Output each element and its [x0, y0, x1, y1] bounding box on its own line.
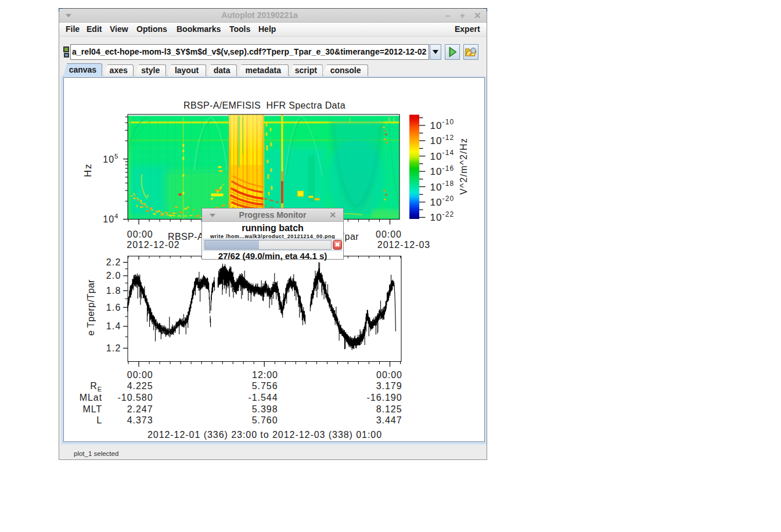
svg-text:00:00: 00:00 — [376, 229, 402, 239]
svg-text:105: 105 — [103, 153, 118, 164]
svg-text:5.756: 5.756 — [251, 381, 278, 391]
svg-text:2012-12-01 (336) 23:00 to 2012: 2012-12-01 (336) 23:00 to 2012-12-03 (33… — [147, 430, 381, 440]
svg-text:2.0: 2.0 — [106, 271, 121, 281]
svg-text:4.225: 4.225 — [127, 381, 153, 391]
svg-text:1.2: 1.2 — [106, 343, 121, 353]
svg-text:2012-12-03: 2012-12-03 — [377, 240, 430, 250]
svg-text:3.179: 3.179 — [376, 381, 402, 391]
svg-text:-10.580: -10.580 — [117, 393, 153, 402]
svg-text:1.6: 1.6 — [106, 303, 121, 312]
svg-text:3.447: 3.447 — [376, 415, 402, 425]
svg-text:104: 104 — [103, 213, 118, 224]
svg-text:00:00: 00:00 — [376, 370, 402, 380]
svg-text:e Tperp/Tpar: e Tperp/Tpar — [86, 279, 96, 336]
svg-text:10-10: 10-10 — [430, 118, 454, 131]
svg-text:1.8: 1.8 — [106, 286, 121, 296]
svg-text:10-14: 10-14 — [430, 149, 454, 162]
svg-text:V^2/m^2/Hz: V^2/m^2/Hz — [458, 138, 468, 195]
svg-text:10-16: 10-16 — [430, 164, 454, 178]
svg-text:12:00: 12:00 — [252, 370, 278, 380]
svg-text:-16.190: -16.190 — [366, 393, 402, 402]
svg-text:MLT: MLT — [82, 404, 102, 414]
svg-text:2.247: 2.247 — [127, 404, 153, 414]
svg-text:MLat: MLat — [79, 393, 102, 402]
svg-text:-1.544: -1.544 — [248, 393, 278, 402]
svg-text:10-20: 10-20 — [430, 195, 454, 208]
svg-text:Hz: Hz — [82, 163, 93, 177]
svg-text:RE: RE — [90, 381, 102, 393]
svg-text:5.760: 5.760 — [251, 415, 278, 425]
svg-text:00:00: 00:00 — [127, 370, 153, 380]
svg-text:4.373: 4.373 — [127, 415, 153, 425]
svg-text:5.398: 5.398 — [251, 404, 278, 414]
svg-text:L: L — [96, 415, 102, 425]
svg-text:8.125: 8.125 — [376, 404, 402, 414]
svg-text:10-18: 10-18 — [430, 179, 454, 193]
svg-text:RBSP-A/EMFISIS HFR Spectra Da: RBSP-A/EMFISIS HFR Spectra Data — [183, 100, 345, 110]
svg-text:1.4: 1.4 — [106, 321, 121, 331]
svg-text:2.2: 2.2 — [106, 257, 121, 267]
svg-text:00:00: 00:00 — [127, 229, 153, 239]
svg-text:10-12: 10-12 — [430, 134, 454, 147]
svg-text:10-22: 10-22 — [430, 210, 454, 224]
